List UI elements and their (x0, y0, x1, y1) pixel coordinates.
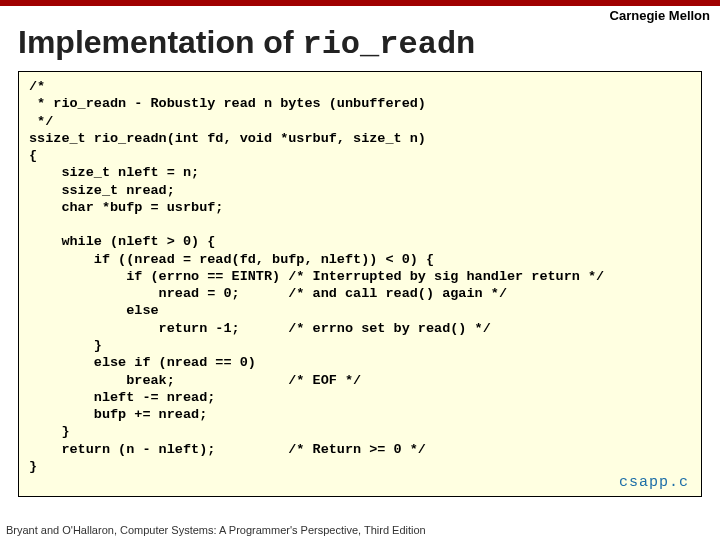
source-file-label: csapp.c (619, 473, 689, 492)
university-label: Carnegie Mellon (610, 8, 710, 23)
footer-citation: Bryant and O'Hallaron, Computer Systems:… (6, 524, 426, 536)
code-listing: /* * rio_readn - Robustly read n bytes (… (18, 71, 702, 497)
code-body: /* * rio_readn - Robustly read n bytes (… (29, 79, 604, 474)
title-text: Implementation of (18, 24, 302, 60)
title-code: rio_readn (302, 26, 475, 63)
